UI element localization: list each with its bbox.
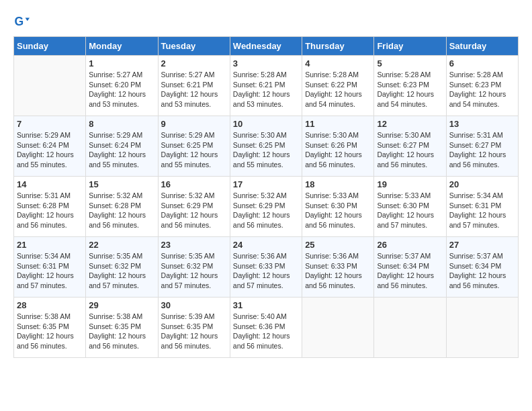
day-number: 22 <box>89 240 154 250</box>
day-info: Sunrise: 5:37 AM Sunset: 6:34 PM Dayligh… <box>449 251 515 291</box>
day-info: Sunrise: 5:37 AM Sunset: 6:34 PM Dayligh… <box>377 251 443 291</box>
calendar-cell: 7Sunrise: 5:29 AM Sunset: 6:24 PM Daylig… <box>14 116 86 177</box>
day-info: Sunrise: 5:28 AM Sunset: 6:22 PM Dayligh… <box>305 70 371 109</box>
day-number: 6 <box>449 58 515 68</box>
calendar-cell: 28Sunrise: 5:38 AM Sunset: 6:35 PM Dayli… <box>14 298 86 358</box>
calendar-week-row: 14Sunrise: 5:31 AM Sunset: 6:28 PM Dayli… <box>14 177 519 237</box>
calendar-cell: 17Sunrise: 5:32 AM Sunset: 6:29 PM Dayli… <box>230 177 302 237</box>
day-number: 2 <box>161 58 227 68</box>
day-number: 10 <box>233 119 299 129</box>
day-info: Sunrise: 5:30 AM Sunset: 6:26 PM Dayligh… <box>305 130 371 170</box>
calendar-cell: 3Sunrise: 5:28 AM Sunset: 6:21 PM Daylig… <box>230 56 302 116</box>
calendar-week-row: 1Sunrise: 5:27 AM Sunset: 6:20 PM Daylig… <box>14 56 519 116</box>
day-info: Sunrise: 5:31 AM Sunset: 6:28 PM Dayligh… <box>17 191 83 230</box>
day-number: 28 <box>17 300 83 310</box>
calendar-week-row: 28Sunrise: 5:38 AM Sunset: 6:35 PM Dayli… <box>14 298 519 358</box>
day-info: Sunrise: 5:30 AM Sunset: 6:25 PM Dayligh… <box>233 130 299 170</box>
calendar-cell: 16Sunrise: 5:32 AM Sunset: 6:29 PM Dayli… <box>158 177 230 237</box>
day-number: 5 <box>377 58 443 68</box>
logo: G <box>13 13 32 30</box>
calendar-header-row: SundayMondayTuesdayWednesdayThursdayFrid… <box>14 37 519 56</box>
day-number: 16 <box>161 179 227 189</box>
day-info: Sunrise: 5:30 AM Sunset: 6:27 PM Dayligh… <box>377 130 443 170</box>
day-info: Sunrise: 5:36 AM Sunset: 6:33 PM Dayligh… <box>233 251 299 291</box>
calendar-cell: 11Sunrise: 5:30 AM Sunset: 6:26 PM Dayli… <box>302 116 374 177</box>
day-number: 25 <box>305 240 371 250</box>
day-number: 14 <box>17 179 83 189</box>
calendar-cell <box>14 56 86 116</box>
header: G <box>13 13 519 30</box>
day-number: 19 <box>377 179 443 189</box>
weekday-header-saturday: Saturday <box>446 37 518 56</box>
calendar-cell: 18Sunrise: 5:33 AM Sunset: 6:30 PM Dayli… <box>302 177 374 237</box>
calendar-cell: 13Sunrise: 5:31 AM Sunset: 6:27 PM Dayli… <box>446 116 518 177</box>
day-info: Sunrise: 5:31 AM Sunset: 6:27 PM Dayligh… <box>449 130 515 170</box>
weekday-header-sunday: Sunday <box>14 37 86 56</box>
day-number: 11 <box>305 119 371 129</box>
logo-icon: G <box>13 13 30 30</box>
day-info: Sunrise: 5:38 AM Sunset: 6:35 PM Dayligh… <box>17 312 83 351</box>
calendar-cell <box>446 298 518 358</box>
day-number: 30 <box>161 300 227 310</box>
day-number: 8 <box>89 119 154 129</box>
calendar-cell <box>374 298 446 358</box>
day-number: 4 <box>305 58 371 68</box>
calendar-cell: 27Sunrise: 5:37 AM Sunset: 6:34 PM Dayli… <box>446 237 518 298</box>
calendar-cell: 24Sunrise: 5:36 AM Sunset: 6:33 PM Dayli… <box>230 237 302 298</box>
day-number: 15 <box>89 179 154 189</box>
day-info: Sunrise: 5:33 AM Sunset: 6:30 PM Dayligh… <box>377 191 443 230</box>
day-number: 21 <box>17 240 83 250</box>
day-info: Sunrise: 5:29 AM Sunset: 6:25 PM Dayligh… <box>161 130 227 170</box>
day-info: Sunrise: 5:28 AM Sunset: 6:23 PM Dayligh… <box>449 70 515 109</box>
day-info: Sunrise: 5:35 AM Sunset: 6:32 PM Dayligh… <box>161 251 227 291</box>
day-info: Sunrise: 5:39 AM Sunset: 6:35 PM Dayligh… <box>161 312 227 351</box>
day-number: 3 <box>233 58 299 68</box>
day-info: Sunrise: 5:29 AM Sunset: 6:24 PM Dayligh… <box>89 130 154 170</box>
day-number: 23 <box>161 240 227 250</box>
day-info: Sunrise: 5:27 AM Sunset: 6:20 PM Dayligh… <box>89 70 154 109</box>
weekday-header-thursday: Thursday <box>302 37 374 56</box>
calendar-body: 1Sunrise: 5:27 AM Sunset: 6:20 PM Daylig… <box>14 56 519 358</box>
calendar-cell: 30Sunrise: 5:39 AM Sunset: 6:35 PM Dayli… <box>158 298 230 358</box>
day-info: Sunrise: 5:40 AM Sunset: 6:36 PM Dayligh… <box>233 312 299 351</box>
calendar-cell: 26Sunrise: 5:37 AM Sunset: 6:34 PM Dayli… <box>374 237 446 298</box>
day-number: 27 <box>449 240 515 250</box>
day-number: 26 <box>377 240 443 250</box>
calendar-cell: 21Sunrise: 5:34 AM Sunset: 6:31 PM Dayli… <box>14 237 86 298</box>
day-number: 20 <box>449 179 515 189</box>
calendar-cell: 4Sunrise: 5:28 AM Sunset: 6:22 PM Daylig… <box>302 56 374 116</box>
weekday-header-wednesday: Wednesday <box>230 37 302 56</box>
calendar-cell: 10Sunrise: 5:30 AM Sunset: 6:25 PM Dayli… <box>230 116 302 177</box>
calendar-week-row: 21Sunrise: 5:34 AM Sunset: 6:31 PM Dayli… <box>14 237 519 298</box>
day-number: 18 <box>305 179 371 189</box>
calendar-week-row: 7Sunrise: 5:29 AM Sunset: 6:24 PM Daylig… <box>14 116 519 177</box>
day-info: Sunrise: 5:27 AM Sunset: 6:21 PM Dayligh… <box>161 70 227 109</box>
calendar-cell: 14Sunrise: 5:31 AM Sunset: 6:28 PM Dayli… <box>14 177 86 237</box>
day-info: Sunrise: 5:28 AM Sunset: 6:21 PM Dayligh… <box>233 70 299 109</box>
calendar-cell: 12Sunrise: 5:30 AM Sunset: 6:27 PM Dayli… <box>374 116 446 177</box>
day-number: 29 <box>89 300 154 310</box>
calendar-cell: 6Sunrise: 5:28 AM Sunset: 6:23 PM Daylig… <box>446 56 518 116</box>
calendar-cell: 15Sunrise: 5:32 AM Sunset: 6:28 PM Dayli… <box>86 177 158 237</box>
calendar-cell: 5Sunrise: 5:28 AM Sunset: 6:23 PM Daylig… <box>374 56 446 116</box>
calendar-cell: 8Sunrise: 5:29 AM Sunset: 6:24 PM Daylig… <box>86 116 158 177</box>
day-number: 1 <box>89 58 154 68</box>
day-info: Sunrise: 5:34 AM Sunset: 6:31 PM Dayligh… <box>449 191 515 230</box>
day-info: Sunrise: 5:33 AM Sunset: 6:30 PM Dayligh… <box>305 191 371 230</box>
calendar-cell <box>302 298 374 358</box>
day-info: Sunrise: 5:32 AM Sunset: 6:29 PM Dayligh… <box>233 191 299 230</box>
calendar-cell: 19Sunrise: 5:33 AM Sunset: 6:30 PM Dayli… <box>374 177 446 237</box>
day-number: 12 <box>377 119 443 129</box>
svg-text:G: G <box>15 15 24 28</box>
day-number: 7 <box>17 119 83 129</box>
weekday-header-monday: Monday <box>86 37 158 56</box>
calendar-cell: 9Sunrise: 5:29 AM Sunset: 6:25 PM Daylig… <box>158 116 230 177</box>
day-number: 17 <box>233 179 299 189</box>
day-info: Sunrise: 5:29 AM Sunset: 6:24 PM Dayligh… <box>17 130 83 170</box>
day-info: Sunrise: 5:32 AM Sunset: 6:28 PM Dayligh… <box>89 191 154 230</box>
calendar-cell: 20Sunrise: 5:34 AM Sunset: 6:31 PM Dayli… <box>446 177 518 237</box>
calendar-cell: 25Sunrise: 5:36 AM Sunset: 6:33 PM Dayli… <box>302 237 374 298</box>
svg-marker-1 <box>26 17 30 21</box>
day-info: Sunrise: 5:35 AM Sunset: 6:32 PM Dayligh… <box>89 251 154 291</box>
calendar-cell: 29Sunrise: 5:38 AM Sunset: 6:35 PM Dayli… <box>86 298 158 358</box>
